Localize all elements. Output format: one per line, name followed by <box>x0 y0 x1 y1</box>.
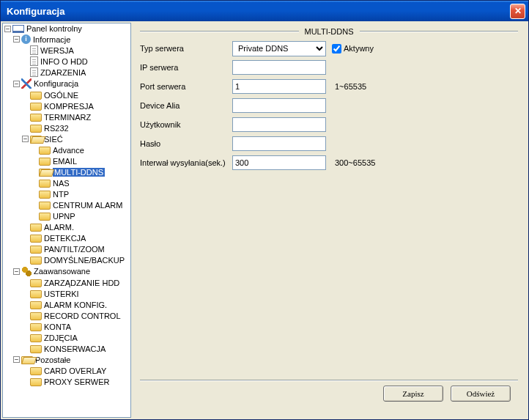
tree-label: KONSERWACJA <box>44 345 106 353</box>
divider <box>140 31 299 32</box>
tree-root[interactable]: − Panel kontrolny <box>4 23 130 34</box>
save-button[interactable]: Zapisz <box>383 386 443 402</box>
tree-label: Advance <box>53 146 84 155</box>
folder-icon <box>30 224 42 232</box>
tree-siec[interactable]: − SIEĆ <box>22 133 130 144</box>
device-alias-input[interactable] <box>232 98 326 113</box>
tree-record-control[interactable]: .RECORD CONTROL <box>22 310 130 321</box>
server-type-select[interactable]: Private DDNS <box>232 41 326 56</box>
tree-domyslne[interactable]: .DOMYŚLNE/BACKUP <box>22 254 130 265</box>
window-title: Konfiguracja <box>7 6 510 17</box>
tree-terminarz[interactable]: .TERMINARZ <box>22 111 130 122</box>
folder-open-icon <box>39 169 51 177</box>
tree-zdarzenia[interactable]: .ZDARZENIA <box>22 67 130 78</box>
close-button[interactable]: ✕ <box>510 4 525 19</box>
tree-ntp[interactable]: .NTP <box>31 188 130 199</box>
tree-alarm[interactable]: .ALARM. <box>22 221 130 232</box>
server-ip-input[interactable] <box>232 60 326 75</box>
label-device-alia: Device Alia <box>140 101 232 110</box>
folder-icon <box>39 147 51 155</box>
divider <box>360 31 519 32</box>
collapse-icon[interactable]: − <box>13 81 20 87</box>
tree-info-hdd[interactable]: .INFO O HDD <box>22 56 130 67</box>
folder-icon <box>30 114 42 122</box>
tree-zdjecia[interactable]: .ZDJĘCIA <box>22 332 130 343</box>
folder-icon <box>30 279 42 287</box>
tree-label: Pozostałe <box>35 355 70 364</box>
folder-icon <box>30 290 42 298</box>
collapse-icon[interactable]: − <box>13 36 20 43</box>
tree-label: ZDJĘCIA <box>44 334 78 342</box>
tools-icon <box>21 78 32 89</box>
collapse-icon[interactable]: − <box>4 26 11 32</box>
refresh-button[interactable]: Odśwież <box>451 386 511 402</box>
label-port-serwera: Port serwera <box>140 82 232 91</box>
tree-ptz[interactable]: .PAN/TILT/ZOOM <box>22 243 130 254</box>
tree-ogolne[interactable]: .OGÓLNE <box>22 89 130 100</box>
page-icon <box>30 56 38 66</box>
tree-label: KOMPRESJA <box>44 102 94 111</box>
label-typ-serwera: Typ serwera <box>140 44 232 53</box>
tree-advance[interactable]: .Advance <box>31 144 130 155</box>
tree-label: USTERKI <box>44 290 79 298</box>
send-interval-input[interactable] <box>232 155 326 170</box>
tree-wersja[interactable]: .WERSJA <box>22 45 130 56</box>
folder-icon <box>30 125 42 133</box>
tree-label: MULTI-DDNS <box>53 168 105 177</box>
tree-label: Panel kontrolny <box>26 24 82 33</box>
password-input[interactable] <box>232 136 326 151</box>
server-port-input[interactable] <box>232 79 326 94</box>
active-checkbox[interactable] <box>332 44 341 54</box>
tree-label: TERMINARZ <box>44 113 91 122</box>
port-range-hint: 1~65535 <box>335 82 366 91</box>
monitor-icon <box>12 25 24 33</box>
tree-konta[interactable]: .KONTA <box>22 321 130 332</box>
tree-label: INFO O HDD <box>40 57 88 66</box>
tree-label: WERSJA <box>40 46 74 55</box>
tree-proxy-serwer[interactable]: .PROXY SERWER <box>22 376 130 387</box>
label-haslo: Hasło <box>140 139 232 148</box>
tree-alarm-konfig[interactable]: .ALARM KONFIG. <box>22 299 130 310</box>
tree-label: DETEKCJA <box>44 234 86 243</box>
divider <box>140 380 518 381</box>
tree-label: CARD OVERLAY <box>44 366 106 375</box>
label-ip-serwera: IP serwera <box>140 63 232 72</box>
tree-detekcja[interactable]: .DETEKCJA <box>22 232 130 243</box>
label-uzytkownik: Użytkownik <box>140 120 232 129</box>
tree-informacje[interactable]: − Informacje <box>13 34 130 45</box>
tree-centrum-alarm[interactable]: .CENTRUM ALARM <box>31 199 130 210</box>
tree-zaawansowane[interactable]: − Zaawansowane <box>13 265 130 277</box>
tree-label: Konfiguracja <box>34 79 78 88</box>
tree-label: ZDARZENIA <box>40 68 86 77</box>
tree-nas[interactable]: .NAS <box>31 177 130 188</box>
tree-card-overlay[interactable]: .CARD OVERLAY <box>22 365 130 376</box>
folder-icon <box>30 246 42 254</box>
tree-label: NTP <box>53 190 69 199</box>
tree-kompresja[interactable]: .KOMPRESJA <box>22 100 130 111</box>
collapse-icon[interactable]: − <box>13 268 20 275</box>
folder-icon <box>39 180 51 188</box>
folder-icon <box>39 202 51 210</box>
folder-icon <box>30 323 42 331</box>
nav-tree[interactable]: − Panel kontrolny − Informacje <box>2 23 131 418</box>
tree-rs232[interactable]: .RS232 <box>22 122 130 133</box>
tree-usterki[interactable]: .USTERKI <box>22 288 130 299</box>
tree-zarzadzanie-hdd[interactable]: .ZARZĄDZANIE HDD <box>22 277 130 288</box>
tree-pozostale[interactable]: − Pozostałe <box>13 354 130 365</box>
tree-upnp[interactable]: .UPNP <box>31 210 130 221</box>
interval-range-hint: 300~65535 <box>335 158 375 167</box>
tree-label: ALARM. <box>44 223 74 232</box>
collapse-icon[interactable]: − <box>13 356 20 363</box>
tree-multi-ddns[interactable]: .MULTI-DDNS <box>31 166 130 177</box>
tree-konfiguracja[interactable]: − Konfiguracja <box>13 78 130 89</box>
tree-email[interactable]: .EMAIL <box>31 155 130 166</box>
tree-label: DOMYŚLNE/BACKUP <box>44 256 125 265</box>
tree-konserwacja[interactable]: .KONSERWACJA <box>22 343 130 354</box>
tree-label: ZARZĄDZANIE HDD <box>44 279 119 287</box>
collapse-icon[interactable]: − <box>22 136 29 142</box>
tree-label: NAS <box>53 179 70 188</box>
window-titlebar: Konfiguracja ✕ <box>1 1 528 21</box>
username-input[interactable] <box>232 117 326 132</box>
tree-label: PAN/TILT/ZOOM <box>44 245 105 254</box>
section-title: MULTI-DDNS <box>305 27 354 36</box>
